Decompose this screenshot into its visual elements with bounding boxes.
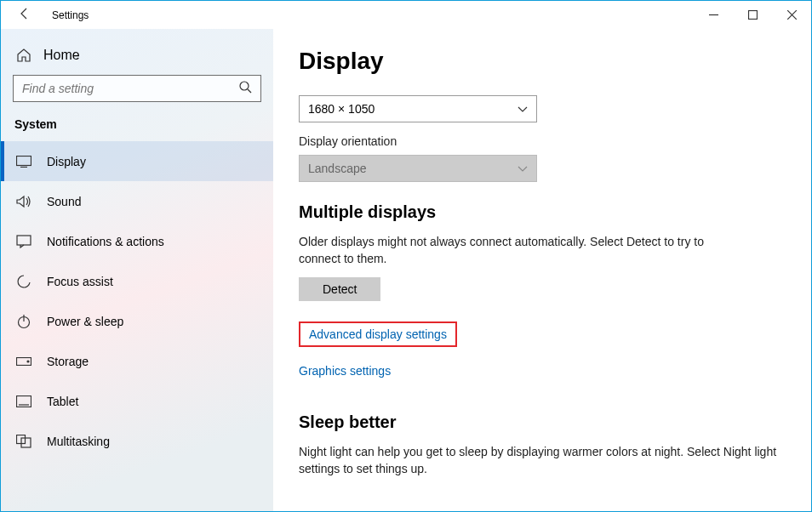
focus-assist-icon [16,274,31,289]
sidebar-item-label: Notifications & actions [47,235,164,248]
sidebar-item-storage[interactable]: Storage [1,341,273,381]
sidebar-item-tablet[interactable]: Tablet [1,381,273,421]
svg-point-1 [240,82,249,90]
resolution-value: 1680 × 1050 [308,102,375,116]
svg-rect-9 [21,438,31,447]
advanced-display-link[interactable]: Advanced display settings [309,327,447,341]
home-nav[interactable]: Home [1,39,273,75]
sleep-better-heading: Sleep better [299,412,786,432]
home-label: Home [43,48,80,63]
sidebar-item-label: Display [47,155,86,168]
multitasking-icon [16,434,31,449]
search-input[interactable] [22,82,238,95]
sleep-better-body: Night light can help you get to sleep by… [299,444,786,477]
multiple-displays-body: Older displays might not always connect … [299,234,741,267]
sidebar-item-sound[interactable]: Sound [1,181,273,221]
resolution-select[interactable]: 1680 × 1050 [299,95,537,122]
notifications-icon [16,234,31,249]
orientation-label: Display orientation [299,134,786,148]
back-button[interactable] [9,7,40,24]
power-icon [16,314,31,329]
storage-icon [16,354,31,369]
sidebar-group-system: System [1,117,273,131]
svg-rect-0 [748,11,757,20]
maximize-button[interactable] [733,1,772,29]
sidebar-item-focus-assist[interactable]: Focus assist [1,261,273,301]
svg-rect-3 [17,236,31,245]
home-icon [16,48,31,63]
sidebar-item-label: Power & sleep [47,315,123,328]
sidebar-item-label: Multitasking [47,435,110,448]
search-icon [238,80,252,97]
sidebar-item-multitasking[interactable]: Multitasking [1,421,273,461]
multiple-displays-heading: Multiple displays [299,202,786,222]
minimize-button[interactable] [694,1,733,29]
svg-rect-2 [17,156,31,165]
advanced-display-highlight: Advanced display settings [299,321,457,347]
sidebar-item-label: Storage [47,355,89,368]
graphics-settings-link[interactable]: Graphics settings [299,364,391,378]
window-title: Settings [52,9,89,21]
sound-icon [16,194,31,209]
search-box[interactable] [13,75,261,102]
close-button[interactable] [772,1,811,29]
detect-button[interactable]: Detect [299,277,380,301]
sidebar-item-power-sleep[interactable]: Power & sleep [1,301,273,341]
sidebar-item-notifications[interactable]: Notifications & actions [1,221,273,261]
page-title: Display [299,48,786,75]
sidebar-item-display[interactable]: Display [1,141,273,181]
chevron-down-icon [518,102,528,116]
sidebar-item-label: Sound [47,195,81,208]
tablet-icon [16,394,31,409]
sidebar-item-label: Focus assist [47,275,113,288]
orientation-select: Landscape [299,155,537,182]
chevron-down-icon [518,162,528,175]
orientation-value: Landscape [308,162,367,175]
svg-point-6 [27,361,29,362]
display-icon [16,154,31,169]
sidebar-item-label: Tablet [47,395,78,408]
